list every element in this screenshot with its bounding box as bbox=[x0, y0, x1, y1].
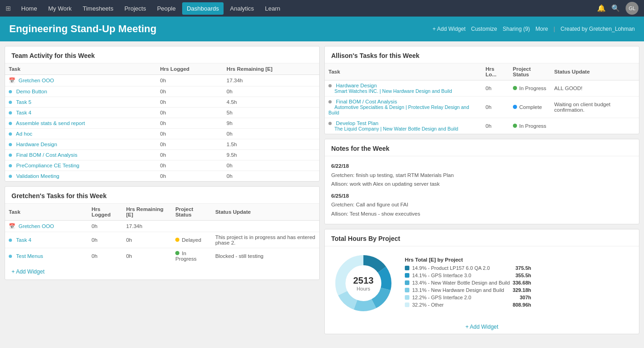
table-row: Hardware Design Smart Watches INC. | New… bbox=[325, 80, 639, 97]
project-status: In Progress bbox=[509, 80, 551, 97]
legend-item: 13.4% - New Water Bottle Design and Buil… bbox=[405, 280, 531, 285]
task-dot bbox=[328, 100, 332, 103]
task-link[interactable]: Hardware Design bbox=[16, 142, 57, 147]
bell-icon[interactable]: 🔔 bbox=[597, 4, 606, 12]
task-dot bbox=[9, 111, 12, 114]
task-dot bbox=[9, 143, 12, 146]
task-sublink[interactable]: Automotive Specialties & Design | Protec… bbox=[328, 104, 469, 115]
task-link[interactable]: Hardware Design bbox=[336, 83, 377, 88]
nav-analytics[interactable]: Analytics bbox=[225, 2, 259, 15]
task-dot bbox=[9, 255, 12, 258]
legend-link[interactable]: GPS Interface 3.0 bbox=[431, 273, 471, 278]
nav-learn[interactable]: Learn bbox=[260, 2, 285, 15]
nav-timesheets[interactable]: Timesheets bbox=[78, 2, 118, 15]
avatar[interactable]: GL bbox=[626, 2, 638, 15]
created-by: Created by Gretchen_Lohman bbox=[561, 26, 635, 32]
nav-dashboards[interactable]: Dashboards bbox=[182, 2, 224, 15]
task-link[interactable]: Gretchen OOO bbox=[18, 78, 54, 83]
hrs: 0h bbox=[482, 80, 509, 97]
col-task: Task bbox=[5, 63, 156, 75]
total-hours-widget: Total Hours By Project bbox=[324, 229, 639, 334]
task-link[interactable]: PreCompliance CE Testing bbox=[16, 163, 79, 168]
status-update bbox=[212, 221, 319, 232]
task-link[interactable]: Develop Test Plan bbox=[336, 120, 378, 126]
main-content: Team Activity for this Week Task Hrs Log… bbox=[0, 41, 644, 339]
table-row: Task 5 0h 4.5h bbox=[5, 97, 319, 108]
task-cell: Final BOM / Cost Analysis Automotive Spe… bbox=[325, 97, 482, 118]
note-date: 6/22/18 bbox=[331, 162, 632, 171]
add-widget-header-btn[interactable]: + Add Widget bbox=[432, 26, 466, 32]
donut-chart: 2513 Hours bbox=[331, 251, 396, 315]
project-status: In Progress bbox=[172, 248, 212, 264]
table-row: 📅 Gretchen OOO 0h 17.34h bbox=[5, 221, 319, 232]
col-task: Task bbox=[5, 204, 88, 221]
legend-link[interactable]: New Water Bottle Design and Build bbox=[431, 280, 510, 285]
task-link[interactable]: Demo Button bbox=[16, 89, 47, 94]
status-dot bbox=[175, 251, 179, 255]
add-widget-right-btn[interactable]: + Add Widget bbox=[325, 320, 639, 334]
task-link[interactable]: Validation Meeting bbox=[16, 173, 59, 179]
task-link[interactable]: Assemble stats & send report bbox=[16, 120, 85, 126]
legend-dot bbox=[405, 288, 409, 292]
task-cell: Develop Test Plan The Liquid Company | N… bbox=[325, 118, 482, 134]
col-hrs-logged: Hrs Logged bbox=[88, 204, 122, 221]
col-task: Task bbox=[325, 63, 482, 80]
sharing-btn[interactable]: Sharing (9) bbox=[503, 26, 530, 32]
legend-link[interactable]: GPS Interface 2.0 bbox=[431, 295, 471, 300]
status-update: Blocked - still testing bbox=[212, 248, 319, 264]
page-title: Engineering Stand-Up Meeting bbox=[9, 23, 156, 35]
hrs-logged: 0h bbox=[156, 86, 223, 97]
task-link[interactable]: Task 4 bbox=[16, 237, 31, 243]
note-line: Allison: Test Menus - show executives bbox=[331, 210, 632, 219]
nav-projects[interactable]: Projects bbox=[120, 2, 150, 15]
legend-link[interactable]: Product LP157 6.0 QA 2.0 bbox=[431, 265, 490, 271]
task-link[interactable]: Ad hoc bbox=[16, 131, 33, 137]
hrs-logged: 0h bbox=[156, 129, 223, 139]
legend-link[interactable]: New Hardware Design and Build bbox=[431, 287, 504, 293]
project-status: In Progress bbox=[509, 118, 551, 134]
nav-mywork[interactable]: My Work bbox=[44, 2, 76, 15]
team-activity-widget: Team Activity for this Week Task Hrs Log… bbox=[5, 46, 320, 182]
task-link[interactable]: Gretchen OOO bbox=[18, 223, 54, 229]
search-icon[interactable]: 🔍 bbox=[611, 4, 620, 12]
table-row: Final BOM / Cost Analysis 0h 9.5h bbox=[5, 150, 319, 160]
task-sublink[interactable]: Smart Watches INC. | New Hardware Design… bbox=[334, 88, 452, 94]
project-status: Delayed bbox=[172, 232, 212, 248]
team-activity-title: Team Activity for this Week bbox=[5, 46, 319, 63]
legend-link[interactable]: Other bbox=[431, 302, 444, 308]
nav-people[interactable]: People bbox=[152, 2, 180, 15]
status-dot bbox=[513, 124, 517, 128]
legend-value: 375.5h bbox=[516, 265, 531, 271]
notes-content: 6/22/18Gretchen: finish up testing, star… bbox=[325, 156, 639, 224]
status-update: ALL GOOD! bbox=[551, 80, 639, 97]
hrs: 0h bbox=[482, 97, 509, 118]
nav-home[interactable]: Home bbox=[17, 2, 42, 15]
hrs-remaining: 17.34h bbox=[223, 75, 319, 86]
task-link[interactable]: Test Menus bbox=[16, 253, 43, 259]
task-link[interactable]: Final BOM / Cost Analysis bbox=[336, 99, 397, 104]
legend-label: 32.2% - Other bbox=[412, 302, 510, 308]
legend-value: 307h bbox=[520, 295, 531, 300]
hrs-logged: 0h bbox=[88, 232, 122, 248]
task-link[interactable]: Task 4 bbox=[16, 110, 31, 115]
more-btn[interactable]: More bbox=[535, 26, 548, 32]
notes-title: Notes for the Week bbox=[325, 139, 639, 156]
hrs-logged: 0h bbox=[88, 221, 122, 232]
task-dot bbox=[328, 84, 332, 87]
task-sublink[interactable]: The Liquid Company | New Water Bottle De… bbox=[334, 126, 458, 131]
nav-right: 🔔 🔍 GL bbox=[597, 2, 638, 15]
grid-icon[interactable]: ⊞ bbox=[6, 5, 11, 12]
gretchens-tasks-title: Gretchen's Tasks for this Week bbox=[5, 187, 319, 204]
customize-btn[interactable]: Customize bbox=[471, 26, 497, 32]
task-dot bbox=[9, 90, 12, 93]
task-link[interactable]: Task 5 bbox=[16, 99, 31, 105]
col-status-update: Status Update bbox=[551, 63, 639, 80]
table-row: Task 4 0h 5h bbox=[5, 108, 319, 118]
hrs-remaining: 0h bbox=[223, 171, 319, 182]
allisons-tasks-title: Allison's Tasks for this Week bbox=[325, 46, 639, 63]
task-link[interactable]: Final BOM / Cost Analysis bbox=[16, 152, 77, 158]
header-actions: + Add Widget Customize Sharing (9) More … bbox=[432, 26, 635, 32]
add-widget-left-btn[interactable]: + Add Widget bbox=[5, 264, 319, 280]
legend-dot bbox=[405, 280, 409, 285]
note-line: Gretchen: finish up testing, start RTM M… bbox=[331, 171, 632, 180]
